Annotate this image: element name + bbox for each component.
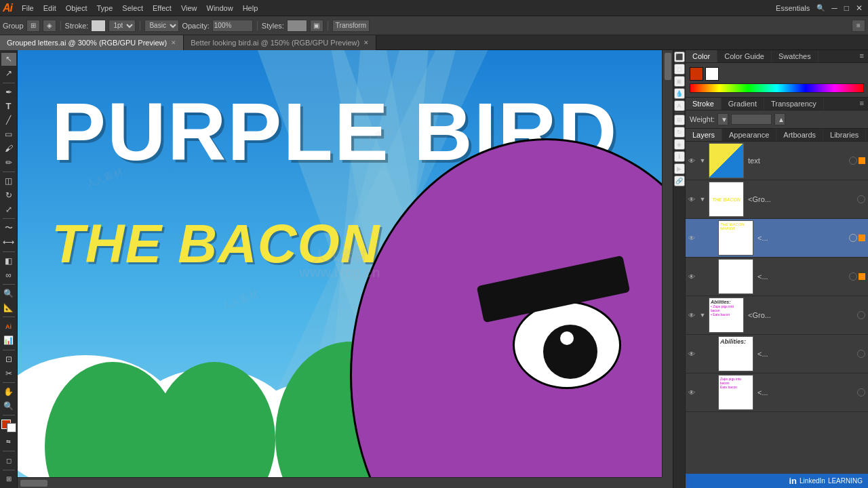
stroke-weight-select[interactable]: 1pt2pt	[108, 20, 136, 32]
pencil-tool-btn[interactable]: ✏	[1, 156, 16, 169]
layer-vis-4[interactable]: 👁	[686, 273, 698, 281]
tab-close-0[interactable]: ✕	[171, 39, 176, 46]
rt-transform-btn[interactable]: ↻	[674, 127, 685, 138]
rt-link-btn[interactable]: 🔗	[674, 176, 685, 186]
layer-expand-2[interactable]: ▼	[698, 196, 707, 203]
selection-tool-btn[interactable]: ↖	[1, 53, 16, 66]
line-tool-btn[interactable]: ╱	[1, 114, 16, 127]
rt-align-btn[interactable]: ⊞	[674, 115, 685, 125]
layer-vis-5[interactable]: 👁	[686, 312, 698, 319]
transform-btn[interactable]: Transform	[332, 20, 370, 32]
essentials-dropdown[interactable]: Essentials	[770, 4, 815, 12]
extra-options-btn[interactable]: ≡	[852, 20, 865, 32]
menu-file[interactable]: File	[18, 3, 38, 14]
layer-target-2[interactable]	[857, 195, 865, 203]
layer-color-1[interactable]	[859, 157, 865, 164]
color-panel-options[interactable]: ≡	[856, 50, 868, 62]
layer-vis-7[interactable]: 👁	[686, 389, 698, 396]
vertical-scrollbar[interactable]	[662, 50, 673, 477]
layer-sub-4[interactable]: 👁 <...	[686, 258, 868, 296]
layer-target-7[interactable]	[857, 388, 865, 396]
layer-vis-3[interactable]: 👁	[686, 235, 698, 242]
layer-sub-3[interactable]: 👁 THE BACON MAKER <...	[686, 219, 868, 258]
layer-expand-1[interactable]: ▼	[698, 157, 707, 164]
stroke-color-input[interactable]	[91, 20, 106, 32]
stroke-panel-options[interactable]: ≡	[856, 98, 868, 110]
scale-tool-btn[interactable]: ⤢	[1, 203, 16, 216]
tab-grouped-letters[interactable]: Grouped letters.ai @ 300% (RGB/GPU Previ…	[0, 35, 184, 50]
paintbrush-tool-btn[interactable]: 🖌	[1, 142, 16, 155]
layer-gro-2[interactable]: 👁 ▼ THE BACON <Gro...	[686, 180, 868, 219]
symbol-tool-btn[interactable]: Ai	[1, 320, 16, 333]
color-tab[interactable]: Color	[686, 50, 717, 62]
layer-vis-1[interactable]: 👁	[686, 157, 698, 165]
layer-target-1[interactable]	[849, 157, 857, 165]
type-tool-btn[interactable]: T	[1, 100, 16, 113]
layer-target-4[interactable]	[849, 272, 857, 281]
artboard-tool-btn[interactable]: ⊡	[1, 353, 16, 366]
search-input-area[interactable]: 🔍	[816, 4, 825, 12]
opacity-input[interactable]	[212, 20, 253, 32]
draw-mode-btn[interactable]: ◻	[1, 454, 16, 467]
rt-color-btn[interactable]: ⬛	[674, 52, 685, 62]
layer-expand-5[interactable]: ▼	[698, 312, 707, 319]
artboards-tab[interactable]: Artboards	[776, 129, 823, 141]
color-guide-tab[interactable]: Color Guide	[717, 50, 772, 62]
width-tool-btn[interactable]: ⟷	[1, 236, 16, 249]
layer-text[interactable]: 👁 ▼ text	[686, 142, 868, 180]
rt-gradient-btn[interactable]: ▣	[674, 76, 685, 87]
menu-type[interactable]: Type	[93, 3, 117, 14]
align-option-btn[interactable]: ⊞	[26, 20, 40, 32]
rt-info-btn[interactable]: ℹ	[674, 151, 685, 162]
layer-abilities-group[interactable]: 👁 ▼ Abilities: • Zaps pigs into bacon • …	[686, 296, 868, 335]
menu-select[interactable]: Select	[118, 3, 147, 14]
warp-tool-btn[interactable]: 〜	[1, 222, 16, 235]
menu-effect[interactable]: Effect	[149, 3, 176, 14]
slice-tool-btn[interactable]: ✂	[1, 367, 16, 380]
menu-view[interactable]: View	[177, 3, 201, 14]
styles-input[interactable]	[287, 20, 307, 32]
screen-mode-btn[interactable]: ⊞	[1, 472, 16, 485]
transparency-tab[interactable]: Transparency	[764, 98, 824, 110]
hand-tool-btn[interactable]: ✋	[1, 386, 16, 399]
tab-better-bird[interactable]: Better looking bird.ai @ 150% (RGB/GPU P…	[184, 35, 376, 50]
column-graph-btn[interactable]: 📊	[1, 334, 16, 347]
rt-play-btn[interactable]: ▶	[674, 163, 685, 174]
canvas-area[interactable]: PURPLE BIRD THE BACON MAKER	[18, 50, 673, 488]
brush-select[interactable]: Basic	[144, 20, 179, 32]
fill-stroke-swatch[interactable]	[1, 420, 16, 432]
rotate-tool-btn[interactable]: ↻	[1, 189, 16, 202]
swatches-tab[interactable]: Swatches	[772, 50, 818, 62]
transform-option-btn[interactable]: ◈	[43, 20, 56, 32]
zoom-tool-btn[interactable]: 🔍	[1, 400, 16, 413]
rt-pathfinder-btn[interactable]: ◈	[674, 139, 685, 150]
rt-text-btn[interactable]: A	[674, 100, 685, 111]
layer-target-3[interactable]	[849, 234, 857, 242]
menu-help[interactable]: Help	[239, 3, 262, 14]
close-btn[interactable]: ✕	[853, 3, 865, 13]
menu-window[interactable]: Window	[203, 3, 237, 14]
libraries-tab[interactable]: Libraries	[823, 129, 866, 141]
layer-target-6[interactable]	[857, 350, 865, 358]
layer-color-4[interactable]	[859, 273, 865, 280]
pen-tool-btn[interactable]: ✒	[1, 85, 16, 98]
tab-close-1[interactable]: ✕	[363, 39, 369, 46]
menu-object[interactable]: Object	[62, 3, 92, 14]
layer-vis-2[interactable]: 👁	[686, 196, 698, 203]
layer-target-5[interactable]	[857, 311, 865, 319]
measure-btn[interactable]: 📐	[1, 302, 16, 314]
layer-color-3[interactable]	[859, 235, 865, 241]
direct-select-btn[interactable]: ↗	[1, 67, 16, 80]
appearance-tab[interactable]: Appearance	[722, 129, 776, 141]
weight-decrease-btn[interactable]: ▼	[717, 113, 728, 125]
layer-zaps[interactable]: 👁 Zaps pigs into baconEats bacon <...	[686, 373, 868, 412]
color-spectrum-bar[interactable]	[690, 83, 864, 93]
gradient-tool-btn[interactable]: ◧	[1, 254, 16, 267]
weight-input[interactable]	[731, 114, 772, 125]
style-preview-btn[interactable]: ▣	[310, 20, 323, 32]
layers-tab[interactable]: Layers	[686, 129, 722, 141]
layer-abilities2[interactable]: 👁 Abilities: <...	[686, 335, 868, 373]
blend-tool-btn[interactable]: ∞	[1, 268, 16, 281]
rt-eyedropper-btn[interactable]: 💧	[674, 88, 685, 99]
minimize-btn[interactable]: ─	[829, 3, 840, 13]
